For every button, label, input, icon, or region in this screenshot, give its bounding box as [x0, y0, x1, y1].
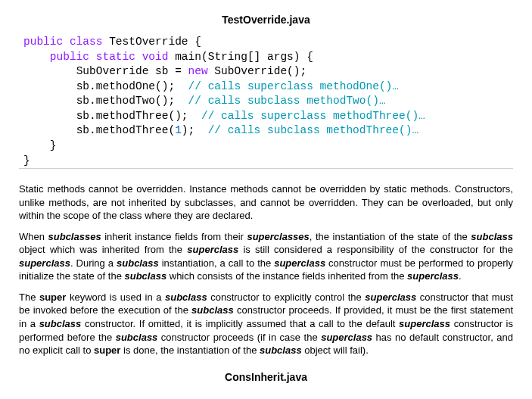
keyword: class — [70, 36, 103, 48]
term-superclass: superclass — [407, 270, 459, 282]
code-text — [23, 110, 76, 122]
code-text: SubOverride(); — [208, 65, 307, 77]
keyword: new — [188, 65, 208, 77]
body-text: is still considered a responsibility of … — [238, 244, 513, 255]
term-superclass: superclass — [187, 244, 238, 255]
term-subclass: subclass — [471, 231, 513, 242]
keyword: static — [96, 51, 135, 63]
code-block: public class TestOverride { public stati… — [19, 35, 513, 169]
term-superclass: superclass — [321, 332, 372, 343]
body-text: keyword is used in a — [66, 291, 165, 303]
code-text: } — [23, 139, 57, 151]
body-text: which consists of the instance fields in… — [166, 270, 407, 282]
term-superclass: superclass — [399, 318, 450, 329]
code-text — [89, 51, 96, 63]
term-superclass: superclass — [274, 257, 325, 269]
body-text: object which was inherited from the — [19, 244, 187, 255]
next-file-title: ConsInherit.java — [19, 371, 513, 383]
body-text: constructor to explicitly control the — [207, 291, 366, 303]
body-text: inherit instance fields from their — [101, 231, 247, 242]
paragraph-super-keyword: The super keyword is used in a subclass … — [19, 291, 513, 357]
code-text — [23, 51, 50, 63]
term-super: super — [39, 291, 66, 303]
paragraph-static-methods: Static methods cannot be overridden. Ins… — [19, 182, 513, 223]
term-subclass: subclass — [116, 332, 158, 343]
body-text: , the instantiation of the state of the — [310, 231, 471, 242]
body-text: is done, the instantiation of the — [120, 344, 260, 356]
code-text — [135, 51, 142, 63]
term-subclass: subclass — [165, 291, 207, 303]
keyword: public — [50, 51, 89, 63]
code-text — [63, 36, 70, 48]
body-text: . — [459, 270, 462, 282]
body-text: When — [19, 231, 48, 242]
code-text — [23, 124, 76, 136]
code-text: main(String[] args) { — [168, 51, 313, 63]
body-text: object will fail). — [302, 344, 369, 356]
keyword: void — [142, 51, 169, 63]
code-text: TestOverride { — [102, 36, 201, 48]
keyword: public — [23, 36, 63, 48]
comment: // calls subclass methodThree()… — [208, 124, 418, 136]
body-text: Static methods cannot be overridden. Ins… — [19, 183, 513, 221]
file-title: TestOverride.java — [19, 14, 513, 26]
code-text: ); — [182, 124, 208, 136]
number-literal: 1 — [175, 124, 182, 136]
term-subclass: subclass — [117, 257, 159, 269]
body-text: . During a — [70, 257, 117, 269]
comment: // calls subclass methodTwo()… — [188, 95, 386, 107]
code-text: sb.methodTwo(); — [76, 95, 188, 107]
code-text: sb.methodThree( — [76, 124, 176, 136]
term-subclass: subclass — [260, 344, 302, 356]
term-subclass: subclass — [124, 270, 166, 282]
term-superclasses: superclasses — [247, 231, 309, 242]
body-text: constructor proceeds (if in case the — [157, 332, 321, 343]
code-text: } — [23, 154, 30, 167]
term-subclasses: subclasses — [48, 231, 101, 242]
comment: // calls superclass methodThree()… — [201, 110, 425, 122]
term-superclass: superclass — [365, 291, 416, 303]
term-subclass: subclass — [191, 304, 234, 316]
paragraph-subclasses-inherit: When subclasses inherit instance fields … — [19, 230, 513, 283]
term-superclass: superclass — [19, 257, 70, 269]
code-text — [23, 65, 76, 77]
term-subclass: subclass — [39, 318, 82, 329]
code-text — [23, 95, 76, 107]
body-text: constructor. If omitted, it is implicitl… — [81, 318, 399, 329]
comment: // calls superclass methodOne()… — [188, 80, 399, 92]
term-super: super — [94, 344, 120, 356]
code-text: sb.methodOne(); — [76, 80, 188, 92]
body-text: instantiation, a call to the — [159, 257, 275, 269]
body-text: The — [19, 291, 39, 303]
code-text: SubOverride sb = — [76, 65, 188, 77]
code-text — [23, 80, 76, 92]
code-text: sb.methodThree(); — [76, 110, 201, 122]
